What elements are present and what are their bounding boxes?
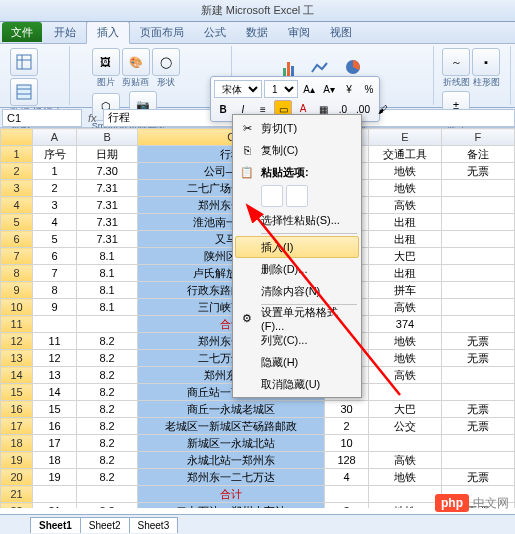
- table-button[interactable]: [10, 78, 38, 106]
- title-bar: 新建 Microsoft Excel 工: [0, 0, 515, 22]
- ctx-hide[interactable]: 隐藏(H): [235, 351, 359, 373]
- watermark: php 中文网: [435, 494, 509, 512]
- format-painter-icon[interactable]: 🖌: [374, 100, 392, 118]
- sheet-tab-3[interactable]: Sheet3: [129, 517, 179, 533]
- pivot-table-button[interactable]: [10, 48, 38, 76]
- svg-rect-0: [17, 55, 31, 69]
- row-header[interactable]: 9: [1, 282, 33, 299]
- ctx-insert[interactable]: 插入(I): [235, 236, 359, 258]
- row-header[interactable]: 18: [1, 435, 33, 452]
- row-header[interactable]: 15: [1, 384, 33, 401]
- bold-icon[interactable]: B: [214, 100, 232, 118]
- sheet-tab-bar: Sheet1 Sheet2 Sheet3: [0, 514, 515, 534]
- cut-icon: ✂: [239, 120, 255, 136]
- row-header[interactable]: 5: [1, 214, 33, 231]
- decrease-font-icon[interactable]: A▾: [320, 80, 338, 98]
- tab-data[interactable]: 数据: [236, 22, 278, 43]
- row-header[interactable]: 16: [1, 401, 33, 418]
- row-header[interactable]: 12: [1, 333, 33, 350]
- ribbon-group-tables: 数据 透视表 表格: [4, 46, 70, 105]
- ribbon-tabs: 开始 插入 页面布局 公式 数据 审阅 视图: [0, 22, 515, 44]
- row-header[interactable]: 8: [1, 265, 33, 282]
- paste-option-2[interactable]: [286, 185, 308, 207]
- tab-review[interactable]: 审阅: [278, 22, 320, 43]
- row-header[interactable]: 1: [1, 146, 33, 163]
- row-header[interactable]: 10: [1, 299, 33, 316]
- tab-pagelayout[interactable]: 页面布局: [130, 22, 194, 43]
- picture-button[interactable]: 🖼: [92, 48, 120, 76]
- row-header[interactable]: 2: [1, 163, 33, 180]
- copy-icon: ⎘: [239, 142, 255, 158]
- row-header[interactable]: 4: [1, 197, 33, 214]
- increase-font-icon[interactable]: A▴: [300, 80, 318, 98]
- fontsize-select[interactable]: 11: [264, 80, 298, 98]
- column-chart-button[interactable]: [274, 48, 304, 78]
- ctx-delete[interactable]: 删除(D)...: [235, 258, 359, 280]
- col-header[interactable]: F: [441, 129, 514, 146]
- sheet-tab-1[interactable]: Sheet1: [30, 517, 81, 533]
- watermark-badge: php: [435, 494, 469, 512]
- clipart-button[interactable]: 🎨: [122, 48, 150, 76]
- watermark-text: 中文网: [473, 495, 509, 512]
- ctx-clear[interactable]: 清除内容(N): [235, 280, 359, 302]
- tab-insert[interactable]: 插入: [86, 21, 130, 44]
- sparkline-line-button[interactable]: ～: [442, 48, 470, 76]
- sheet-tab-2[interactable]: Sheet2: [80, 517, 130, 533]
- font-select[interactable]: 宋体: [214, 80, 262, 98]
- row-header[interactable]: 19: [1, 452, 33, 469]
- svg-rect-3: [17, 85, 31, 99]
- row-header[interactable]: 22: [1, 503, 33, 509]
- row-header[interactable]: 20: [1, 469, 33, 486]
- tab-formulas[interactable]: 公式: [194, 22, 236, 43]
- col-header[interactable]: A: [33, 129, 77, 146]
- tab-view[interactable]: 视图: [320, 22, 362, 43]
- sparkline-column-button[interactable]: ▪: [472, 48, 500, 76]
- paste-icon: 📋: [239, 164, 255, 180]
- ribbon-group-illustrations: 🖼图片 🎨剪贴画 ◯形状 ⬡SmartArt 📷屏幕截图: [72, 46, 232, 105]
- col-header[interactable]: E: [368, 129, 441, 146]
- currency-icon[interactable]: ¥: [340, 80, 358, 98]
- window-title: 新建 Microsoft Excel 工: [201, 3, 315, 18]
- file-menu-button[interactable]: 文件: [2, 22, 42, 42]
- fx-icon[interactable]: fx: [88, 112, 97, 124]
- percent-icon[interactable]: %: [360, 80, 378, 98]
- shapes-button[interactable]: ◯: [152, 48, 180, 76]
- row-header[interactable]: 7: [1, 248, 33, 265]
- ctx-unhide[interactable]: 取消隐藏(U): [235, 373, 359, 395]
- ctx-paste-label: 📋粘贴选项:: [235, 161, 359, 183]
- ctx-copy[interactable]: ⎘复制(C): [235, 139, 359, 161]
- paste-option-1[interactable]: [261, 185, 283, 207]
- context-menu: ✂剪切(T) ⎘复制(C) 📋粘贴选项: 选择性粘贴(S)... 插入(I) 删…: [232, 114, 362, 398]
- col-header[interactable]: B: [76, 129, 137, 146]
- row-header[interactable]: 14: [1, 367, 33, 384]
- pie-chart-button[interactable]: [338, 48, 368, 78]
- tab-home[interactable]: 开始: [44, 22, 86, 43]
- row-header[interactable]: 21: [1, 486, 33, 503]
- line-chart-button[interactable]: [306, 48, 336, 78]
- name-box[interactable]: C1: [2, 109, 82, 127]
- ctx-col-width[interactable]: 列宽(C)...: [235, 329, 359, 351]
- format-icon: ⚙: [239, 310, 255, 326]
- row-header[interactable]: 11: [1, 316, 33, 333]
- row-header[interactable]: 17: [1, 418, 33, 435]
- row-header[interactable]: 6: [1, 231, 33, 248]
- row-header[interactable]: 3: [1, 180, 33, 197]
- row-header[interactable]: 13: [1, 350, 33, 367]
- ctx-paste-special[interactable]: 选择性粘贴(S)...: [235, 209, 359, 231]
- ctx-format-cells[interactable]: ⚙设置单元格格式(F)...: [235, 307, 359, 329]
- ribbon-group-sparklines: ～折线图 ▪柱形图 ±盈亏 迷你图: [436, 46, 511, 105]
- ctx-cut[interactable]: ✂剪切(T): [235, 117, 359, 139]
